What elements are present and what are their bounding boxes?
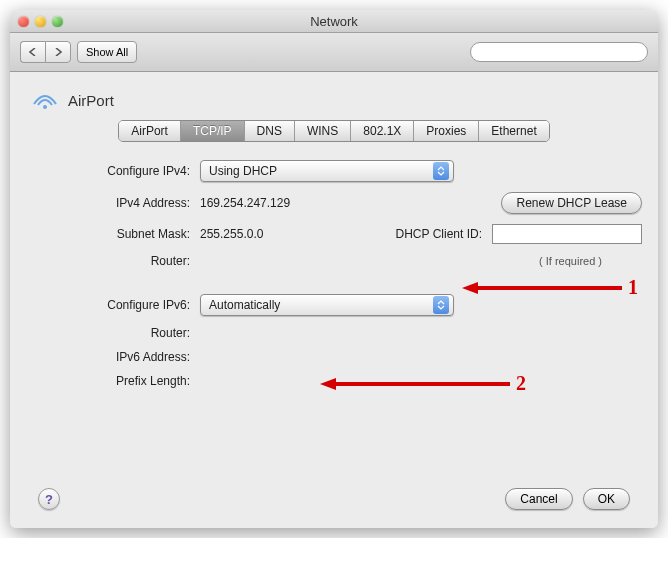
zoom-button[interactable] bbox=[52, 16, 63, 27]
tab-wins[interactable]: WINS bbox=[295, 121, 351, 141]
tab-dns[interactable]: DNS bbox=[245, 121, 295, 141]
configure-ipv6-select[interactable]: Automatically bbox=[200, 294, 454, 316]
close-button[interactable] bbox=[18, 16, 29, 27]
svg-point-2 bbox=[43, 105, 47, 109]
tab-airport[interactable]: AirPort bbox=[119, 121, 181, 141]
interface-name: AirPort bbox=[68, 92, 114, 109]
network-preferences-window: Network Show All bbox=[10, 10, 658, 528]
search-wrap bbox=[470, 42, 648, 62]
if-required-note: ( If required ) bbox=[539, 255, 602, 267]
forward-button[interactable] bbox=[45, 41, 71, 63]
dhcp-client-id-input[interactable] bbox=[492, 224, 642, 244]
nav-back-forward bbox=[20, 41, 71, 63]
configure-ipv4-select[interactable]: Using DHCP bbox=[200, 160, 454, 182]
chevron-right-icon bbox=[54, 48, 62, 56]
tab-ethernet[interactable]: Ethernet bbox=[479, 121, 548, 141]
titlebar: Network bbox=[10, 10, 658, 33]
subnet-mask-value: 255.255.0.0 bbox=[200, 227, 263, 241]
router-v4-label: Router: bbox=[30, 254, 190, 268]
ipv4-address-value: 169.254.247.129 bbox=[200, 196, 290, 210]
chevron-left-icon bbox=[29, 48, 37, 56]
help-button[interactable]: ? bbox=[38, 488, 60, 510]
tcpip-form: Configure IPv4: Using DHCP IPv4 Address:… bbox=[30, 160, 642, 388]
select-arrows-icon bbox=[433, 296, 449, 314]
dhcp-client-id-label: DHCP Client ID: bbox=[396, 227, 482, 241]
toolbar: Show All bbox=[10, 33, 658, 72]
minimize-button[interactable] bbox=[35, 16, 46, 27]
tab-bar: AirPort TCP/IP DNS WINS 802.1X Proxies E… bbox=[118, 120, 549, 142]
ipv6-address-label: IPv6 Address: bbox=[30, 350, 190, 364]
renew-dhcp-lease-button[interactable]: Renew DHCP Lease bbox=[501, 192, 642, 214]
configure-ipv6-label: Configure IPv6: bbox=[30, 298, 190, 312]
configure-ipv6-value: Automatically bbox=[209, 298, 280, 312]
ok-button[interactable]: OK bbox=[583, 488, 630, 510]
router-v6-label: Router: bbox=[30, 326, 190, 340]
cancel-button[interactable]: Cancel bbox=[505, 488, 572, 510]
select-arrows-icon bbox=[433, 162, 449, 180]
search-input[interactable] bbox=[470, 42, 648, 62]
svg-marker-6 bbox=[320, 378, 336, 390]
show-all-button[interactable]: Show All bbox=[77, 41, 137, 63]
window-controls bbox=[18, 16, 63, 27]
configure-ipv4-value: Using DHCP bbox=[209, 164, 277, 178]
tab-proxies[interactable]: Proxies bbox=[414, 121, 479, 141]
ipv4-address-label: IPv4 Address: bbox=[30, 196, 190, 210]
window-title: Network bbox=[10, 14, 658, 29]
tab-8021x[interactable]: 802.1X bbox=[351, 121, 414, 141]
prefix-length-label: Prefix Length: bbox=[30, 374, 190, 388]
airport-icon bbox=[32, 90, 58, 110]
configure-ipv4-label: Configure IPv4: bbox=[30, 164, 190, 178]
back-button[interactable] bbox=[20, 41, 45, 63]
footer: ? Cancel OK bbox=[26, 478, 642, 514]
tab-tcpip[interactable]: TCP/IP bbox=[181, 121, 245, 141]
subnet-mask-label: Subnet Mask: bbox=[30, 227, 190, 241]
content-area: AirPort AirPort TCP/IP DNS WINS 802.1X P… bbox=[10, 72, 658, 528]
interface-header: AirPort bbox=[32, 90, 642, 110]
